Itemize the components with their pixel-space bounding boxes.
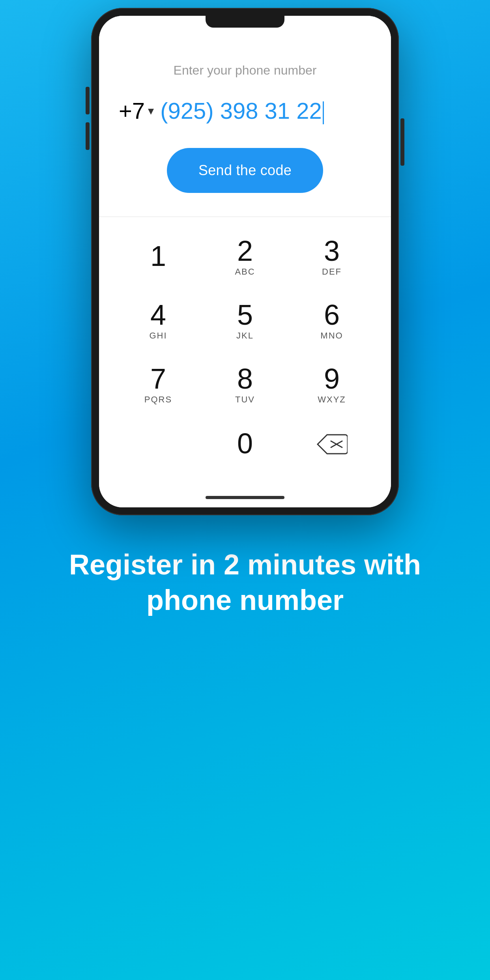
side-button-right [400,118,404,166]
screen-content: Enter your phone number +7 ▾ (925) 398 3… [99,39,391,488]
phone-input-label: Enter your phone number [115,63,375,78]
key-empty [115,417,202,472]
country-code-value: +7 [119,97,145,124]
send-button-wrapper: Send the code [115,148,375,193]
divider [99,217,391,217]
phone-input-row: +7 ▾ (925) 398 31 22 [115,90,375,132]
key-8[interactable]: 8 TUV [202,353,288,417]
key-6[interactable]: 6 MNO [288,289,375,353]
phone-bottom-area [99,488,391,507]
phone-screen: Enter your phone number +7 ▾ (925) 398 3… [99,16,391,507]
backspace-button[interactable] [288,417,375,472]
key-2[interactable]: 2 ABC [202,225,288,289]
phone-frame: Enter your phone number +7 ▾ (925) 398 3… [91,8,399,515]
notch [206,16,284,28]
backspace-icon [316,433,348,455]
register-text: Register in 2 minutes with phone number [32,547,458,618]
key-5[interactable]: 5 JKL [202,289,288,353]
phone-number-value: (925) 398 31 22 [160,98,322,123]
power-button [400,118,404,166]
chevron-down-icon: ▾ [148,104,154,118]
home-indicator [206,496,284,499]
send-code-button[interactable]: Send the code [167,148,323,193]
phone-wrapper: Enter your phone number +7 ▾ (925) 398 3… [91,8,399,515]
key-7[interactable]: 7 PQRS [115,353,202,417]
text-cursor [323,101,324,124]
key-1[interactable]: 1 [115,225,202,289]
key-3[interactable]: 3 DEF [288,225,375,289]
top-bar [99,16,391,39]
bottom-section: Register in 2 minutes with phone number [0,547,490,618]
phone-number-display: (925) 398 31 22 [160,97,324,124]
country-code-selector[interactable]: +7 ▾ [119,97,154,124]
key-9[interactable]: 9 WXYZ [288,353,375,417]
side-buttons-left [86,87,90,150]
key-4[interactable]: 4 GHI [115,289,202,353]
keypad: 1 2 ABC 3 DEF 4 GHI [115,225,375,472]
volume-up-button [86,87,90,114]
volume-down-button [86,122,90,150]
key-0[interactable]: 0 [202,417,288,472]
